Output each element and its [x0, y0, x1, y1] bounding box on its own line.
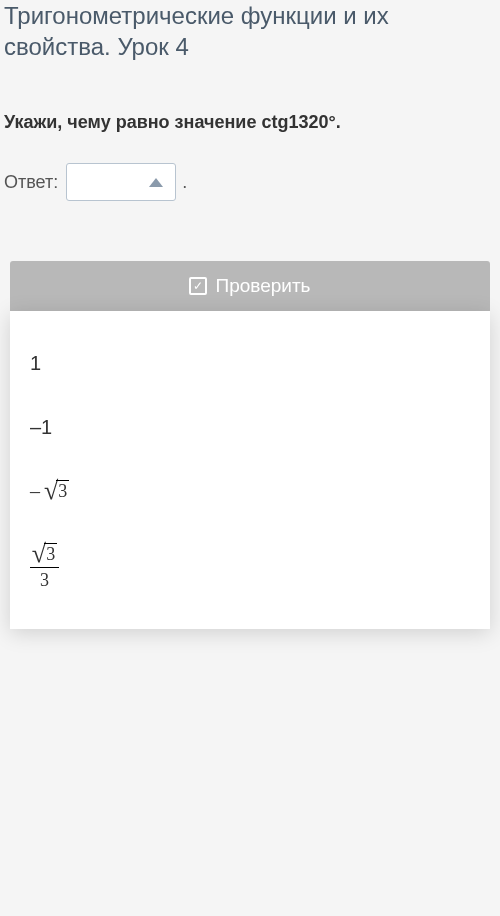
- check-button[interactable]: ✓ Проверить: [10, 261, 490, 311]
- sqrt-expression: √ 3: [32, 541, 57, 567]
- minus-sign: –: [30, 480, 40, 503]
- sqrt-arg: 3: [56, 480, 69, 502]
- answer-dropdown[interactable]: [66, 163, 176, 201]
- check-icon: ✓: [189, 277, 207, 295]
- answer-label: Ответ:: [4, 172, 58, 193]
- dropdown-options-panel: 1 –1 – √ 3 √ 3 3: [10, 311, 490, 629]
- chevron-up-icon: [149, 178, 163, 187]
- option-2[interactable]: –1: [10, 395, 490, 459]
- page-title: Тригонометрические функции и их свойства…: [0, 0, 500, 82]
- answer-row: Ответ: .: [0, 153, 500, 241]
- option-value: –1: [30, 416, 52, 439]
- fraction-denominator: 3: [30, 567, 59, 591]
- question-text: Укажи, чему равно значение ctg1320°.: [0, 82, 500, 153]
- fraction-expression: √ 3 3: [30, 541, 59, 591]
- option-1[interactable]: 1: [10, 331, 490, 395]
- option-value: 1: [30, 352, 41, 375]
- answer-period: .: [182, 172, 187, 193]
- sqrt-arg: 3: [44, 543, 57, 565]
- sqrt-expression: √ 3: [44, 478, 69, 504]
- option-4[interactable]: √ 3 3: [10, 523, 490, 609]
- fraction-numerator: √ 3: [32, 541, 57, 567]
- check-button-label: Проверить: [215, 275, 310, 297]
- option-3[interactable]: – √ 3: [10, 459, 490, 523]
